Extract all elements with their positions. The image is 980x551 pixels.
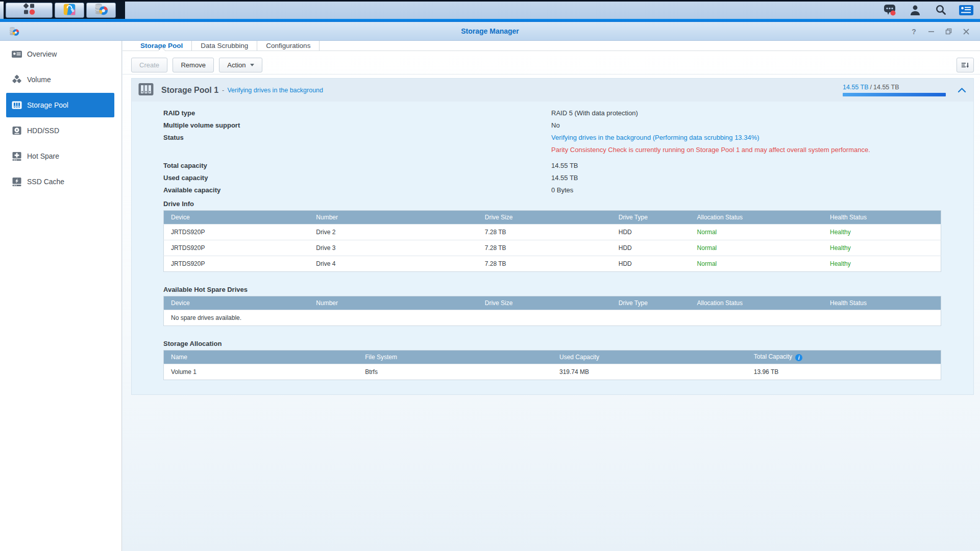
sort-icon [961,61,970,69]
storage-manager-taskbar-button[interactable] [86,3,116,18]
pool-bay-icon [138,82,154,99]
table-row[interactable]: JRTDS920PDrive 37.28 TBHDDNormalHealthy [164,240,941,256]
notifications-button[interactable] [881,4,898,18]
table-cell: 7.28 TB [478,256,611,272]
table-cell: 7.28 TB [478,240,611,256]
sidebar-item-label: Volume [27,76,51,84]
pool-title: Storage Pool 1 [161,86,218,95]
table-cell: Healthy [823,224,941,240]
remove-button[interactable]: Remove [173,58,213,72]
sidebar-item-overview[interactable]: Overview [0,41,121,67]
close-button[interactable] [962,28,970,35]
taskbar-edge-button[interactable] [0,2,4,19]
table-cell: Btrfs [358,364,552,380]
status-value: Verifying drives in the background (Perf… [551,133,760,142]
table-cell: Normal [690,224,823,240]
window-controls: ? [910,22,970,41]
capacity-progress-bar [843,93,946,96]
available-capacity-value: 0 Bytes [551,185,573,195]
capacity-used: 14.55 TB [843,84,869,91]
raid-type-value: RAID 5 (With data protection) [551,108,638,118]
column-header[interactable]: File System [358,350,552,364]
column-header[interactable]: Number [309,211,477,224]
chat-bubble-icon [883,4,897,18]
hot-spare-heading: Available Hot Spare Drives [163,286,941,293]
sidebar-item-hdd-ssd[interactable]: HDD/SSD [0,118,121,143]
column-header[interactable]: Used Capacity [552,350,747,364]
capacity-total: 14.55 TB [873,84,899,91]
table-row[interactable]: JRTDS920PDrive 27.28 TBHDDNormalHealthy [164,224,941,240]
action-button[interactable]: Action [219,58,262,72]
table-row[interactable]: Volume 1Btrfs319.74 MB13.96 TB [164,364,941,380]
column-header[interactable]: Number [309,296,477,310]
search-button[interactable] [932,4,949,18]
parity-check-warning: Parity Consistency Check is currently ru… [551,145,870,155]
user-menu-button[interactable] [906,4,924,18]
table-cell: Healthy [823,256,941,272]
column-header[interactable]: Allocation Status [690,211,823,224]
used-capacity-label: Used capacity [163,173,551,183]
tab-data-scrubbing[interactable]: Data Scrubbing [192,41,257,51]
create-button[interactable]: Create [131,58,167,72]
column-header[interactable]: Health Status [823,296,941,310]
toolbar: Create Remove Action [122,51,980,74]
tab-storage-pool[interactable]: Storage Pool [132,41,192,51]
column-header[interactable]: Drive Type [611,211,690,224]
sidebar-item-ssd-cache[interactable]: SSD Cache [0,169,121,194]
pool-capacity: 14.55 TB/14.55 TB [843,84,946,96]
package-center-button[interactable] [55,3,84,18]
ssd-cache-icon [11,176,22,187]
hot-spare-table: DeviceNumberDrive SizeDrive TypeAllocati… [163,296,941,326]
main-content: Storage Pool Data Scrubbing Configuratio… [122,41,980,551]
tab-configurations[interactable]: Configurations [257,41,320,51]
table-row[interactable]: JRTDS920PDrive 47.28 TBHDDNormalHealthy [164,256,941,272]
drive-info-heading: Drive Info [163,200,941,208]
column-header[interactable]: Total Capacityi [747,350,941,364]
column-header[interactable]: Drive Size [478,211,611,224]
table-cell: Volume 1 [164,364,358,380]
table-cell: HDD [611,256,690,272]
column-header[interactable]: Device [164,296,309,310]
taskbar-tray [881,3,975,19]
drive-info-table: DeviceNumberDrive SizeDrive TypeAllocati… [163,210,941,272]
sidebar-item-label: Storage Pool [27,101,68,109]
collapse-panel-button[interactable] [958,87,966,93]
table-cell: 7.28 TB [478,224,611,240]
multiple-volume-value: No [551,120,560,130]
storage-manager-icon [94,2,108,18]
help-button[interactable]: ? [910,28,918,35]
sidebar-item-hot-spare[interactable]: Hot Spare [0,143,121,169]
total-capacity-value: 14.55 TB [551,161,578,170]
restore-button[interactable] [945,28,952,35]
column-header[interactable]: Allocation Status [690,296,823,310]
column-header[interactable]: Drive Type [611,296,690,310]
main-menu-button[interactable] [6,3,53,18]
multiple-volume-label: Multiple volume support [163,120,551,130]
table-cell: HDD [611,224,690,240]
column-header[interactable]: Device [164,211,309,224]
widgets-button[interactable] [958,4,975,18]
table-cell: 319.74 MB [552,364,747,380]
column-header[interactable]: Name [164,350,358,364]
main-menu-icon [22,3,36,18]
sort-button[interactable] [957,58,974,72]
package-center-icon [62,2,77,18]
sidebar-item-storage-pool[interactable]: Storage Pool [6,93,114,117]
table-cell: JRTDS920P [164,240,309,256]
storage-pool-icon [11,99,22,111]
minimize-button[interactable] [927,28,935,35]
column-header[interactable]: Health Status [823,211,941,224]
pool-details: RAID type RAID 5 (With data protection) … [132,102,973,394]
total-capacity-label: Total capacity [163,161,551,170]
warning-spacer [163,145,551,155]
table-cell: Normal [690,256,823,272]
capacity-progress-fill [843,93,946,96]
user-icon [909,4,921,18]
sidebar-item-volume[interactable]: Volume [0,67,121,92]
storage-allocation-table: NameFile SystemUsed CapacityTotal Capaci… [163,350,941,380]
storage-manager-window: Storage Manager ? [0,22,980,551]
table-cell: HDD [611,240,690,256]
info-icon[interactable]: i [795,354,802,361]
taskbar-app-area [0,2,125,19]
column-header[interactable]: Drive Size [478,296,611,310]
